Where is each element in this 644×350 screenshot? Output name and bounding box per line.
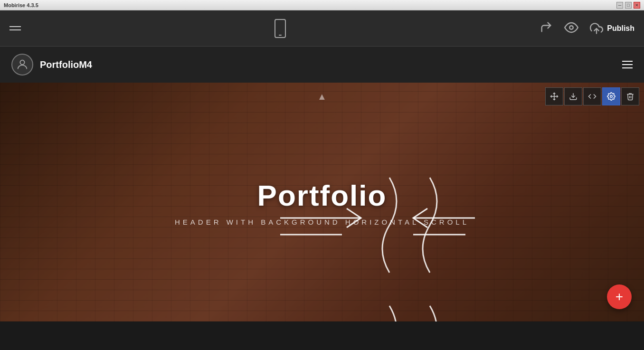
block-settings-button[interactable] bbox=[602, 87, 620, 105]
hero-title: Portfolio bbox=[257, 179, 387, 212]
preview-button[interactable] bbox=[564, 22, 578, 35]
hamburger-line bbox=[9, 26, 21, 27]
block-code-button[interactable] bbox=[583, 87, 601, 105]
undo-button[interactable] bbox=[540, 20, 553, 37]
svg-point-14 bbox=[610, 95, 613, 98]
window-controls[interactable]: ─ □ ✕ bbox=[616, 2, 640, 9]
svg-point-0 bbox=[569, 26, 573, 29]
upload-cloud-icon bbox=[590, 22, 603, 35]
avatar bbox=[11, 54, 33, 76]
publish-button[interactable]: Publish bbox=[590, 22, 635, 35]
toolbar-right: Publish bbox=[540, 20, 635, 37]
block-move-button[interactable] bbox=[545, 87, 563, 105]
add-block-button[interactable]: + bbox=[607, 284, 632, 309]
app-title: Mobirise 4.3.5 bbox=[4, 2, 38, 8]
settings-icon bbox=[607, 92, 616, 101]
toolbar-center bbox=[275, 19, 286, 38]
site-nav: PortfolioM4 bbox=[0, 47, 644, 83]
code-icon bbox=[588, 92, 597, 101]
menu-button[interactable] bbox=[9, 26, 21, 30]
move-icon bbox=[550, 92, 559, 101]
close-button[interactable]: ✕ bbox=[634, 2, 640, 9]
avatar-icon bbox=[16, 58, 29, 71]
phone-icon bbox=[275, 19, 286, 38]
hero-content: Portfolio HEADER WITH BACKGROUND HORIZON… bbox=[0, 83, 644, 322]
undo-icon bbox=[540, 20, 553, 34]
main-toolbar: Publish bbox=[0, 10, 644, 47]
publish-label: Publish bbox=[607, 24, 635, 33]
block-download-button[interactable] bbox=[564, 87, 582, 105]
title-bar: Mobirise 4.3.5 ─ □ ✕ bbox=[0, 0, 644, 10]
eye-icon bbox=[564, 22, 578, 33]
block-delete-button[interactable] bbox=[621, 87, 639, 105]
fab-plus-icon: + bbox=[616, 289, 623, 304]
trash-icon bbox=[626, 92, 635, 101]
toolbar-left bbox=[9, 26, 21, 30]
nav-hamburger-line bbox=[622, 67, 633, 68]
nav-hamburger-line bbox=[622, 61, 633, 62]
hero-section: ▲ Portfolio HEADER WITH BACKGROUND HORIZ… bbox=[0, 83, 644, 322]
site-nav-menu-button[interactable] bbox=[622, 61, 633, 68]
site-nav-brand: PortfolioM4 bbox=[11, 54, 92, 76]
nav-hamburger-line bbox=[622, 64, 633, 65]
hero-subtitle: HEADER WITH BACKGROUND HORIZONTAL SCROLL bbox=[175, 218, 469, 226]
block-controls bbox=[545, 87, 639, 105]
minimize-button[interactable]: ─ bbox=[616, 2, 623, 9]
mobile-preview-button[interactable] bbox=[275, 19, 286, 38]
download-icon bbox=[569, 92, 578, 101]
site-brand-name: PortfolioM4 bbox=[40, 59, 92, 70]
maximize-button[interactable]: □ bbox=[625, 2, 632, 9]
svg-point-2 bbox=[20, 60, 24, 65]
hamburger-line bbox=[9, 29, 21, 30]
